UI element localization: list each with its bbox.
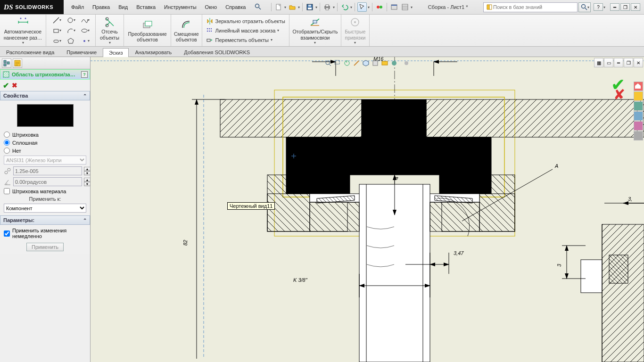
rebuild-icon[interactable] (375, 2, 384, 12)
linear-pattern[interactable]: Линейный массив эскиза▾ (204, 26, 281, 35)
ok-button[interactable]: ✔ (3, 81, 9, 90)
section-view-icon[interactable] (352, 58, 361, 68)
print-icon[interactable] (322, 2, 332, 12)
search-button[interactable]: ▾ (578, 2, 591, 12)
viewport-max-icon[interactable]: ❐ (624, 58, 633, 67)
hatch-pattern-select[interactable]: ANSI31 (Железо Кирпи (4, 156, 86, 165)
select-icon[interactable] (357, 2, 367, 12)
svg-rect-23 (54, 29, 58, 33)
property-manager-tab-icon[interactable] (13, 58, 22, 68)
edit-sketch-icon[interactable] (402, 58, 411, 68)
point-tool[interactable]: ▾ (78, 36, 91, 46)
menu-view[interactable]: Вид (115, 2, 132, 12)
hide-show-icon[interactable] (380, 58, 389, 68)
parameters-header[interactable]: Параметры:⌃ (0, 215, 90, 225)
taskpane-custom-props-icon[interactable] (634, 131, 643, 140)
confirm-corner-cancel[interactable]: ✘ (613, 86, 625, 103)
mirror-entities[interactable]: Зеркально отразить объекты (204, 16, 287, 26)
knowledge-search[interactable] (483, 2, 578, 12)
view-orientation-icon[interactable] (361, 58, 371, 68)
quick-snaps-button[interactable]: Быстрые привязки ▾ (341, 15, 370, 46)
tab-annotation[interactable]: Примечание (60, 48, 103, 57)
apply-to-select[interactable]: Компонент (4, 204, 86, 213)
tab-view-layout[interactable]: Расположение вида (0, 48, 60, 57)
convert-entities-button[interactable]: Преобразование объектов (124, 15, 171, 46)
menu-insert[interactable]: Вставка (132, 2, 159, 12)
menu-window[interactable]: Окно (201, 2, 221, 12)
apply-button[interactable]: Применить (26, 243, 64, 251)
arc-tool[interactable]: ▾ (64, 26, 77, 35)
scale-up[interactable]: ▲ (84, 167, 91, 171)
tab-addins[interactable]: Добавления SOLIDWORKS (178, 48, 256, 57)
spline-tool[interactable]: ▾ (78, 16, 91, 25)
save-icon[interactable] (305, 2, 314, 12)
radio-hatch[interactable]: Штриховка (4, 132, 86, 138)
viewport-min-icon[interactable]: ━ (614, 58, 623, 67)
options-icon[interactable] (389, 2, 399, 12)
smart-dimension-button[interactable]: Автоматическое нанесение раз… ▾ (0, 15, 46, 46)
dim-left-height: 82 (182, 240, 188, 246)
svg-rect-84 (609, 255, 628, 283)
tab-sketch[interactable]: Эскиз (103, 48, 129, 57)
circle-tool[interactable]: ▾ (64, 16, 77, 25)
tab-analyze[interactable]: Анализировать (129, 48, 178, 57)
menu-file[interactable]: Файл (67, 2, 88, 12)
svg-point-43 (354, 21, 356, 23)
hatch-scale-input[interactable] (13, 166, 82, 175)
viewport-close-icon[interactable]: ✕ (634, 58, 643, 67)
new-icon[interactable] (274, 2, 283, 12)
restore-button[interactable]: ❐ (620, 3, 630, 11)
svg-point-58 (405, 61, 408, 65)
viewport-single-icon[interactable]: ▭ (604, 58, 613, 67)
help-button[interactable]: ? (594, 3, 603, 11)
zoom-fit-icon[interactable] (323, 58, 333, 68)
minimize-button[interactable]: ━ (610, 3, 619, 11)
zoom-area-icon[interactable] (333, 58, 342, 68)
trim-entities-button[interactable]: Отсечь объекты ▾ (96, 15, 124, 46)
search-icon[interactable] (250, 1, 265, 13)
slot-tool[interactable]: ▾ (50, 36, 63, 46)
dim-r2: 3, (628, 196, 632, 202)
open-icon[interactable] (288, 2, 297, 12)
hatch-angle-input[interactable] (13, 177, 82, 186)
color-icon[interactable] (389, 58, 399, 68)
taskpane-home-icon[interactable] (634, 82, 643, 91)
menu-help[interactable]: Справка (222, 2, 249, 12)
heads-up-toolbar (323, 58, 411, 68)
quick-access-toolbar: ▾ ▾ ▾ ▾ ▾ ▾ ▾ (270, 0, 413, 14)
pm-help-button[interactable]: ? (81, 71, 88, 78)
line-tool[interactable]: ▾ (50, 16, 63, 25)
rectangle-tool[interactable]: ▾ (50, 26, 63, 35)
close-button[interactable]: ✕ (631, 3, 640, 11)
prev-view-icon[interactable] (342, 58, 352, 68)
taskpane-appearances-icon[interactable] (634, 121, 643, 131)
ellipse-tool[interactable]: ▾ (78, 26, 91, 35)
undo-icon[interactable] (340, 2, 349, 12)
show-hide-relations-button[interactable]: Отобразить/Скрыть взаимосвязи ▾ (289, 15, 341, 46)
menu-tools[interactable]: Инструменты (160, 2, 200, 12)
polygon-tool[interactable] (64, 36, 77, 46)
apply-immediately-check[interactable]: Применить изменения немедленно (4, 228, 86, 239)
svg-point-22 (68, 18, 73, 23)
radio-solid[interactable]: Сплошная (4, 140, 86, 146)
drawing-svg: M16 4 82 K 3/8" (91, 57, 644, 362)
drawing-area[interactable]: ▦ ▭ ━ ❐ ✕ ✔ ✘ Чертежный вид11 (91, 57, 644, 362)
menu-edit[interactable]: Правка (89, 2, 114, 12)
settings-icon[interactable] (400, 2, 410, 12)
material-hatch-check[interactable]: Штриховка материала (4, 188, 86, 194)
properties-header[interactable]: Свойства⌃ (0, 91, 90, 100)
taskpane-design-lib-icon[interactable] (634, 91, 643, 101)
move-entities[interactable]: Переместить объекты▾ (204, 35, 274, 45)
angle-down[interactable]: ▼ (84, 182, 91, 186)
viewport-tile-icon[interactable]: ▦ (594, 58, 603, 67)
scale-down[interactable]: ▼ (84, 171, 91, 175)
search-input[interactable] (493, 4, 575, 10)
display-style-icon[interactable] (371, 58, 380, 68)
cancel-button[interactable]: ✖ (12, 82, 17, 89)
angle-up[interactable]: ▲ (84, 178, 91, 182)
offset-entities-button[interactable]: Смещение объектов (171, 15, 202, 46)
taskpane-file-explorer-icon[interactable] (634, 101, 643, 111)
feature-tree-tab-icon[interactable] (2, 58, 11, 68)
radio-none[interactable]: Нет (4, 148, 86, 154)
taskpane-view-palette-icon[interactable] (634, 111, 643, 121)
